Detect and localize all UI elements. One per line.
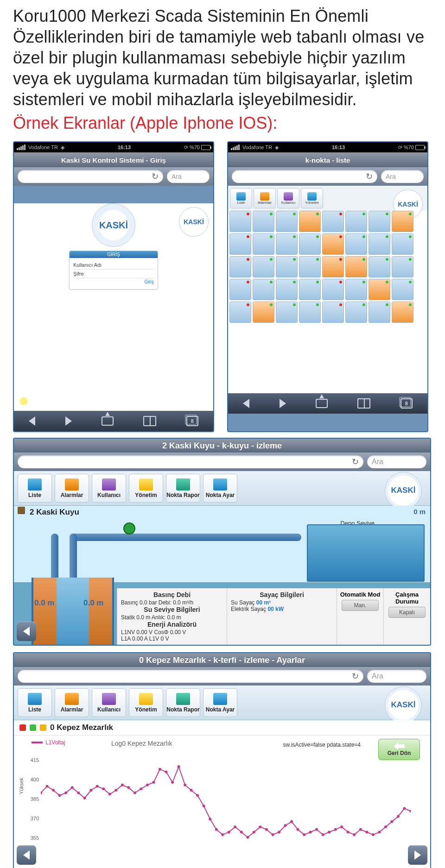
svg-point-51 — [359, 828, 362, 831]
toolbar-alarmlar[interactable]: Alarmlar — [254, 188, 276, 208]
svg-point-14 — [127, 786, 130, 789]
svg-point-35 — [259, 825, 261, 828]
nav-prev[interactable] — [17, 845, 36, 865]
y-axis-label: Yüksek — [19, 778, 24, 794]
station-tile[interactable] — [253, 233, 274, 255]
svg-point-38 — [278, 830, 280, 833]
station-tile[interactable] — [392, 233, 413, 255]
toolbar-kullanici[interactable]: Kullanıcı — [92, 688, 126, 717]
station-tile[interactable] — [253, 302, 274, 323]
run-kapali-button[interactable]: Kapalı — [388, 607, 426, 618]
username-field[interactable]: Kullanıcı Adı — [73, 261, 154, 270]
toolbar-kullanici[interactable]: Kullanıcı — [92, 474, 126, 503]
share-icon[interactable] — [316, 399, 328, 408]
nav-next[interactable] — [408, 845, 427, 865]
search-field[interactable]: Ara — [367, 670, 426, 683]
toolbar-alarmlar[interactable]: Alarmlar — [55, 688, 89, 717]
station-tile[interactable] — [345, 233, 367, 255]
forward-icon[interactable] — [65, 416, 72, 426]
station-tile[interactable] — [369, 233, 390, 255]
station-tile[interactable] — [369, 211, 390, 232]
station-tile[interactable] — [392, 302, 413, 323]
station-tile[interactable] — [322, 256, 344, 277]
station-tile[interactable] — [276, 233, 298, 255]
status-note: sw.isActive=false pdata.state=4 — [283, 742, 361, 748]
station-tile[interactable] — [276, 256, 298, 277]
toolbar-liste[interactable]: Liste — [18, 688, 52, 717]
svg-point-21 — [171, 781, 174, 784]
svg-point-43 — [309, 830, 312, 833]
station-tile[interactable] — [253, 211, 274, 232]
mast-icon — [18, 507, 25, 514]
station-tile[interactable] — [276, 302, 298, 323]
back-button[interactable]: Geri Dön — [378, 739, 420, 760]
station-tile[interactable] — [299, 233, 321, 255]
station-tile[interactable] — [229, 256, 251, 277]
station-tile[interactable] — [276, 211, 298, 232]
station-tile[interactable] — [253, 256, 274, 277]
svg-point-37 — [271, 833, 274, 836]
station-tile[interactable] — [392, 279, 413, 300]
url-field[interactable]: ↻ — [18, 170, 163, 183]
station-tile[interactable] — [229, 211, 251, 232]
station-tile[interactable] — [392, 211, 413, 232]
station-tile[interactable] — [345, 256, 367, 277]
login-button[interactable]: Giriş — [73, 278, 154, 284]
toolbar-kullanici[interactable]: Kullanıcı — [277, 188, 299, 208]
station-tile[interactable] — [299, 256, 321, 277]
svg-point-30 — [228, 830, 230, 833]
url-field[interactable]: ↻ — [18, 670, 363, 683]
depo-tank — [307, 524, 425, 582]
svg-point-36 — [265, 828, 268, 831]
toolbar-liste[interactable]: Liste — [18, 474, 52, 503]
pages-icon[interactable]: 8 — [400, 398, 413, 409]
url-field[interactable]: ↻ — [232, 170, 377, 183]
pages-icon[interactable]: 8 — [186, 416, 198, 426]
station-tile[interactable] — [276, 279, 298, 300]
toolbar-nokta-ayar[interactable]: Nokta Ayar — [203, 688, 237, 717]
station-tile[interactable] — [299, 279, 321, 300]
depth-value: 0 m — [413, 508, 426, 516]
station-tile[interactable] — [369, 302, 390, 323]
toolbar-yonetim[interactable]: Yönetim — [129, 474, 163, 503]
url-field[interactable]: ↻ — [18, 455, 363, 468]
login-head: GİRİŞ — [70, 251, 158, 258]
mode-man-button[interactable]: Man. — [342, 600, 379, 611]
toolbar-yonetim[interactable]: Yönetim — [129, 688, 163, 717]
station-tile[interactable] — [229, 279, 251, 300]
station-tile[interactable] — [392, 256, 413, 277]
station-tile[interactable] — [299, 302, 321, 323]
password-field[interactable]: Şifre — [73, 270, 154, 278]
station-tile[interactable] — [345, 302, 367, 323]
station-tile[interactable] — [229, 302, 251, 323]
toolbar-nokta-rapor[interactable]: Nokta Rapor — [166, 688, 200, 717]
bookmarks-icon[interactable] — [357, 398, 370, 409]
station-tile[interactable] — [322, 233, 344, 255]
station-tile[interactable] — [253, 279, 274, 300]
station-tile[interactable] — [322, 302, 344, 323]
toolbar-liste[interactable]: Liste — [230, 188, 252, 208]
toolbar-nokta-ayar[interactable]: Nokta Ayar — [203, 474, 237, 503]
station-tile[interactable] — [322, 211, 344, 232]
svg-point-54 — [378, 830, 381, 833]
toolbar-nokta-rapor[interactable]: Nokta Rapor — [166, 474, 200, 503]
toolbar-yonetim[interactable]: Yönetim — [301, 188, 323, 208]
station-tile[interactable] — [229, 233, 251, 255]
nav-prev[interactable] — [17, 622, 36, 641]
toolbar-alarmlar[interactable]: Alarmlar — [55, 474, 89, 503]
station-tile[interactable] — [322, 279, 344, 300]
station-tile[interactable] — [345, 279, 367, 300]
search-field[interactable]: Ara — [167, 170, 210, 183]
station-tile[interactable] — [369, 279, 390, 300]
page-title: 0 Kepez Mezarlık - k-terfi - izleme - Ay… — [14, 653, 430, 667]
search-field[interactable]: Ara — [381, 170, 424, 183]
back-icon[interactable] — [29, 416, 35, 426]
share-icon[interactable] — [102, 416, 114, 426]
station-tile[interactable] — [299, 211, 321, 232]
back-icon[interactable] — [243, 399, 249, 408]
forward-icon[interactable] — [280, 399, 286, 408]
station-tile[interactable] — [345, 211, 367, 232]
search-field[interactable]: Ara — [367, 455, 426, 468]
station-tile[interactable] — [369, 256, 390, 277]
bookmarks-icon[interactable] — [143, 416, 156, 426]
